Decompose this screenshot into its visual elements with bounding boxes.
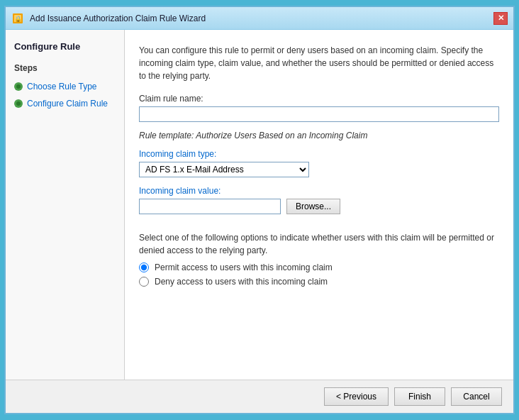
main-content: You can configure this rule to permit or… bbox=[125, 30, 513, 380]
step-label-choose-rule-type[interactable]: Choose Rule Type bbox=[27, 82, 97, 92]
incoming-claim-value-label: Incoming claim value: bbox=[139, 186, 499, 196]
title-bar: 🔒 Add Issuance Authorization Claim Rule … bbox=[6, 7, 513, 30]
claim-rule-name-input[interactable] bbox=[139, 106, 499, 122]
bottom-bar: < Previous Finish Cancel bbox=[6, 380, 513, 413]
sidebar-title: Configure Rule bbox=[14, 41, 116, 52]
close-button[interactable]: ✕ bbox=[493, 12, 508, 25]
options-description: Select one of the following options to i… bbox=[139, 231, 499, 257]
radio-option-deny: Deny access to users with this incoming … bbox=[139, 277, 499, 287]
radio-deny[interactable] bbox=[139, 277, 149, 287]
claim-value-row: Browse... bbox=[139, 199, 499, 214]
svg-text:🔒: 🔒 bbox=[14, 15, 23, 23]
incoming-claim-type-section: Incoming claim type: AD FS 1.x E-Mail Ad… bbox=[139, 149, 499, 177]
incoming-claim-type-label: Incoming claim type: bbox=[139, 149, 499, 159]
title-bar-left: 🔒 Add Issuance Authorization Claim Rule … bbox=[11, 12, 206, 25]
content-area: Configure Rule Steps Choose Rule Type Co… bbox=[6, 30, 513, 380]
step-item-choose-rule-type[interactable]: Choose Rule Type bbox=[14, 80, 116, 93]
claim-rule-name-section: Claim rule name: bbox=[139, 94, 499, 122]
step-dot-2 bbox=[14, 99, 23, 108]
options-section: Select one of the following options to i… bbox=[139, 231, 499, 291]
radio-deny-label: Deny access to users with this incoming … bbox=[155, 277, 328, 287]
window-icon: 🔒 bbox=[11, 12, 24, 25]
finish-button[interactable]: Finish bbox=[394, 387, 445, 406]
previous-button[interactable]: < Previous bbox=[324, 387, 389, 406]
step-label-configure-claim-rule[interactable]: Configure Claim Rule bbox=[27, 99, 108, 109]
step-dot-1 bbox=[14, 82, 23, 91]
browse-button[interactable]: Browse... bbox=[286, 199, 340, 214]
radio-option-permit: Permit access to users with this incomin… bbox=[139, 262, 499, 272]
steps-label: Steps bbox=[14, 63, 116, 73]
incoming-claim-value-input[interactable] bbox=[139, 199, 281, 214]
radio-permit-label: Permit access to users with this incomin… bbox=[155, 262, 333, 272]
cancel-button[interactable]: Cancel bbox=[451, 387, 502, 406]
wizard-window: 🔒 Add Issuance Authorization Claim Rule … bbox=[4, 6, 515, 414]
sidebar: Configure Rule Steps Choose Rule Type Co… bbox=[6, 30, 125, 380]
rule-template-text: Rule template: Authorize Users Based on … bbox=[139, 131, 499, 140]
main-description: You can configure this rule to permit or… bbox=[139, 44, 499, 82]
window-title: Add Issuance Authorization Claim Rule Wi… bbox=[30, 13, 206, 23]
incoming-claim-type-select[interactable]: AD FS 1.x E-Mail Address AD FS 1.x UPN E… bbox=[139, 162, 309, 177]
radio-permit[interactable] bbox=[139, 262, 149, 272]
claim-rule-name-label: Claim rule name: bbox=[139, 94, 499, 104]
spacer bbox=[139, 302, 499, 368]
step-item-configure-claim-rule[interactable]: Configure Claim Rule bbox=[14, 97, 116, 110]
incoming-claim-value-section: Incoming claim value: Browse... bbox=[139, 186, 499, 223]
